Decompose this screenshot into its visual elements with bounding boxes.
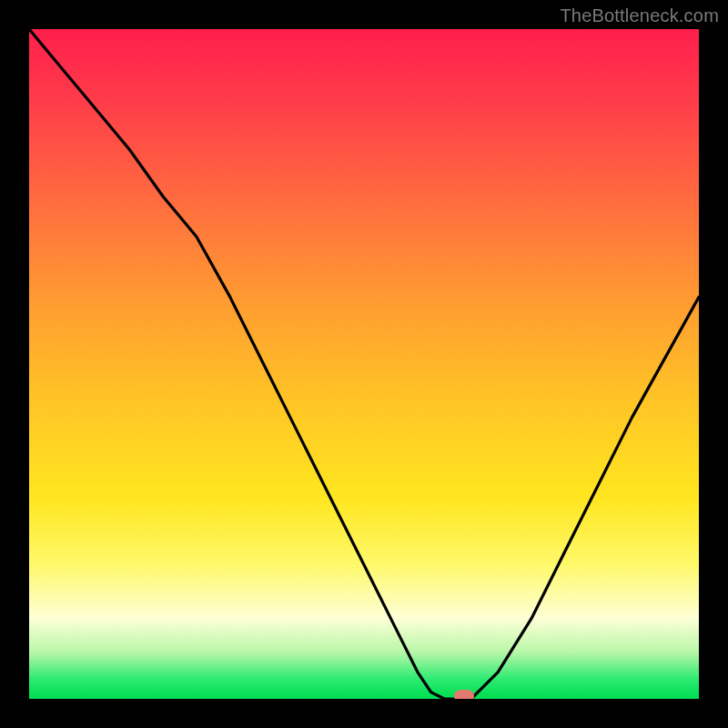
optimal-point-marker [454,690,474,699]
chart-frame: TheBottleneck.com [0,0,728,728]
watermark-text: TheBottleneck.com [560,5,719,26]
plot-area [29,29,699,699]
bottleneck-curve [29,29,699,699]
